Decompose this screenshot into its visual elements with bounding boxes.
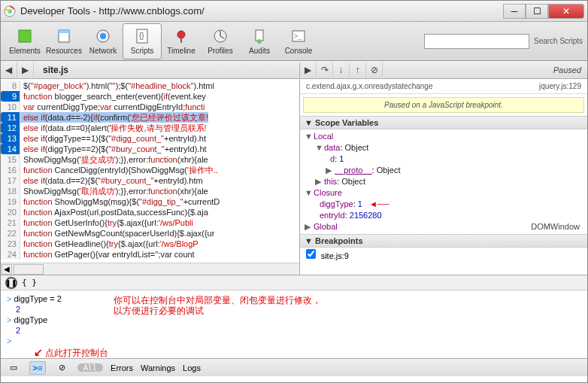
code-line[interactable]: 8$("#pager_block").html("");$("#headline… xyxy=(1,81,299,91)
console-body[interactable]: > diggType = 2 2 > diggType 2 > 你可以在控制台中… xyxy=(1,290,587,358)
source-subbar: ◀ ▶ site.js ▶ ↷ ↓ ↑ ⊘ Paused xyxy=(1,61,587,79)
horizontal-scrollbar[interactable]: ◀ xyxy=(1,263,299,275)
tab-scripts[interactable]: {}Scripts xyxy=(123,23,162,59)
tab-elements[interactable]: Elements xyxy=(5,23,44,59)
code-line[interactable]: 17else if(data.d==2){$("#bury_count_"+en… xyxy=(1,175,299,186)
svg-rect-10 xyxy=(180,38,182,43)
chrome-icon xyxy=(4,5,16,17)
scope-var-data[interactable]: ▼data: Object xyxy=(300,142,587,154)
filter-warnings[interactable]: Warnings xyxy=(141,363,175,372)
code-line[interactable]: 18ShowDiggMsg('取消成功');}},error:function(… xyxy=(1,186,299,196)
svg-rect-2 xyxy=(19,30,31,42)
braces-icon[interactable]: { } xyxy=(22,278,37,287)
pause-reason: Paused on a JavaScript breakpoint. xyxy=(303,97,584,113)
console-annotation: 你可以在控制台中对局部变量、闭包变量进行修改， 以方便进行必要的调试 xyxy=(114,295,321,316)
pause-resume-button[interactable]: ▶ xyxy=(300,62,317,78)
scroll-thumb[interactable] xyxy=(14,264,44,275)
red-arrow-annotation: ◄── xyxy=(367,199,389,210)
code-line[interactable]: 21function GetUserInfo(){try{$.ajax({url… xyxy=(1,217,299,228)
pause-icon[interactable]: ❚❚ xyxy=(5,277,17,289)
svg-point-6 xyxy=(100,33,106,39)
source-code-pane[interactable]: 8$("#pager_block").html("");$("#headline… xyxy=(1,79,300,275)
scope-var-entryid[interactable]: entryId: 2156280 xyxy=(300,210,587,221)
nav-back-button[interactable]: ◀ xyxy=(1,62,17,78)
code-line[interactable]: 15ShowDiggMsg('提交成功');}},error:function(… xyxy=(1,154,299,165)
search-input[interactable] xyxy=(424,34,529,49)
svg-text:>_: >_ xyxy=(294,32,302,40)
svg-text:{}: {} xyxy=(139,32,144,40)
scope-closure[interactable]: ▼Closure xyxy=(300,187,587,199)
show-console-button[interactable]: >≡ xyxy=(29,361,46,375)
search-hint: Search Scripts xyxy=(534,37,583,45)
filter-logs[interactable]: Logs xyxy=(183,363,201,372)
scope-var-proto[interactable]: ▶__proto__: Object xyxy=(300,165,587,176)
tab-console[interactable]: >_Console xyxy=(279,23,318,59)
scope-global[interactable]: ▶GlobalDOMWindow xyxy=(300,221,587,233)
filter-all[interactable]: All xyxy=(77,363,103,372)
dock-button[interactable]: ▭ xyxy=(5,361,22,375)
step-out-button[interactable]: ↑ xyxy=(350,62,366,78)
breakpoints-header[interactable]: ▼ Breakpoints xyxy=(300,234,587,248)
scope-variables-header[interactable]: ▼ Scope Variables xyxy=(300,116,587,129)
deactivate-breakpoints-button[interactable]: ⊘ xyxy=(366,62,383,78)
filter-errors[interactable]: Errors xyxy=(111,363,133,372)
status-bar: ▭ >≡ ⊘ All Errors Warnings Logs xyxy=(1,358,587,376)
tab-network[interactable]: Network xyxy=(83,23,123,59)
console-panel: ❚❚ { } > diggType = 2 2 > diggType 2 > 你… xyxy=(1,275,587,358)
main-toolbar: Elements Resources Network {}Scripts Tim… xyxy=(1,22,587,61)
code-line[interactable]: 16function CancelDigg(entryId){ShowDiggM… xyxy=(1,165,299,175)
svg-rect-4 xyxy=(59,30,69,33)
nav-forward-button[interactable]: ▶ xyxy=(17,62,34,78)
svg-rect-12 xyxy=(256,30,263,41)
scope-var-diggtype[interactable]: diggType: 1 ◄── xyxy=(300,199,587,210)
minimize-button[interactable]: ─ xyxy=(503,4,526,19)
code-line[interactable]: 11else if(data.d==-2){if(confirm('您已经评价过… xyxy=(1,112,299,123)
scope-var-d[interactable]: d: 1 xyxy=(300,154,587,165)
call-stack-breadcrumb[interactable]: c.extend.ajax.g.x.onreadystatechange jqu… xyxy=(300,79,587,94)
open-console-annotation: ↙ 点此打开控制台 xyxy=(34,347,108,358)
code-line[interactable]: 23function GetHeadline(){try{$.ajax({url… xyxy=(1,239,299,249)
scope-local[interactable]: ▼Local xyxy=(300,131,587,142)
step-into-button[interactable]: ↓ xyxy=(333,62,350,78)
clear-button[interactable]: ⊘ xyxy=(53,361,70,375)
svg-point-13 xyxy=(257,39,262,44)
scroll-left-icon[interactable]: ◀ xyxy=(2,264,12,275)
tab-resources[interactable]: Resources xyxy=(44,23,83,59)
close-button[interactable]: ✕ xyxy=(548,4,584,19)
tab-profiles[interactable]: Profiles xyxy=(201,23,240,59)
code-line[interactable]: 12else if(data.d==0){alert('操作失败,请与管理员联系… xyxy=(1,123,299,133)
tab-audits[interactable]: Audits xyxy=(240,23,279,59)
tab-timeline[interactable]: Timeline xyxy=(162,23,201,59)
right-panel: c.extend.ajax.g.x.onreadystatechange jqu… xyxy=(300,79,587,275)
file-selector[interactable]: site.js xyxy=(34,65,77,75)
step-over-button[interactable]: ↷ xyxy=(317,62,333,78)
window-titlebar: Developer Tools - http://www.cnblogs.com… xyxy=(1,1,587,22)
code-line[interactable]: 19function ShowDiggMsg(msg){$("#digg_tip… xyxy=(1,196,299,207)
code-line[interactable]: 13else if(diggType==1){$("#digg_count_"+… xyxy=(1,133,299,144)
window-title: Developer Tools - http://www.cnblogs.com… xyxy=(20,5,503,17)
scope-var-this[interactable]: ▶this: Object xyxy=(300,176,587,187)
code-line[interactable]: 10var currentDiggType;var currentDiggEnt… xyxy=(1,102,299,112)
breakpoint-item[interactable]: site.js:9 xyxy=(300,248,587,263)
svg-point-9 xyxy=(177,31,185,38)
code-line[interactable]: 14else if(diggType==2){$("#bury_count_"+… xyxy=(1,144,299,154)
code-line[interactable]: 24function GetPager(){var entryIdList=''… xyxy=(1,249,299,260)
code-line[interactable]: 22function GetNewMsgCount(spacerUserId){… xyxy=(1,228,299,239)
code-line[interactable]: 9function blogger_search_enter(event){if… xyxy=(1,91,299,102)
maximize-button[interactable]: ☐ xyxy=(526,4,548,19)
breakpoint-checkbox[interactable] xyxy=(306,249,316,259)
code-line[interactable]: 20function AjaxPost(url,postData,success… xyxy=(1,207,299,217)
paused-label: Paused xyxy=(553,65,587,74)
